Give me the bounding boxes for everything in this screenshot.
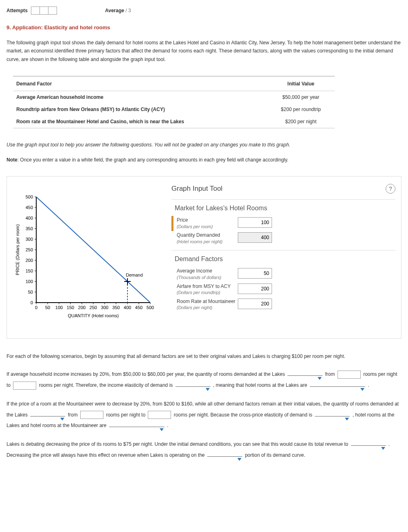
svg-text:250: 250	[90, 305, 97, 310]
average-denom: / 3	[125, 8, 131, 13]
mountaineer-input[interactable]	[238, 299, 272, 309]
q2-from-input[interactable]	[80, 411, 103, 419]
svg-text:200: 200	[78, 305, 86, 310]
input-tool: Graph Input Tool ? Market for Lakes's Ho…	[171, 184, 395, 328]
svg-text:150: 150	[26, 268, 33, 273]
svg-text:400: 400	[26, 216, 33, 220]
chevron-down-icon	[345, 418, 349, 421]
chevron-down-icon	[206, 388, 210, 391]
chevron-down-icon	[360, 388, 364, 391]
table-rule-bot	[13, 128, 335, 129]
chevron-down-icon	[237, 458, 241, 461]
x-ticks: 50 100 150 200 250 300 350 400 450 500 0	[35, 303, 154, 310]
q1-elasticity-dropdown[interactable]	[175, 386, 211, 387]
demand-chart[interactable]: 0 50 100 150 200 250 300 350 400 450 500…	[13, 190, 159, 328]
svg-text:500: 500	[26, 194, 33, 199]
airfare-row: Airfare from MSY to ACY(Dollars per roun…	[171, 282, 395, 297]
svg-text:50: 50	[45, 305, 50, 310]
average-label-wrap: Average / 3	[105, 8, 131, 13]
df-title: Demand Factors	[175, 255, 395, 263]
attempts-boxes	[31, 7, 57, 15]
demand-label: Demand	[126, 273, 143, 277]
graph-panel: 0 50 100 150 200 250 300 350 400 450 500…	[7, 176, 401, 339]
chevron-down-icon	[160, 428, 164, 431]
svg-text:200: 200	[26, 258, 33, 263]
table-row: Roundtrip airfare from New Orleans (MSY)…	[13, 103, 335, 116]
q1-goodtype-dropdown[interactable]	[310, 386, 365, 387]
attempt-box	[31, 7, 40, 15]
qty-output	[238, 232, 272, 243]
graph-instructions: Use the graph input tool to help you ans…	[7, 141, 401, 149]
table-row: Room rate at the Mountaineer Hotel and C…	[13, 116, 335, 128]
demand-line[interactable]	[36, 197, 150, 303]
chart-area[interactable]: 0 50 100 150 200 250 300 350 400 450 500…	[13, 184, 163, 328]
svg-text:0: 0	[35, 305, 37, 310]
svg-text:250: 250	[26, 247, 33, 252]
svg-text:50: 50	[28, 290, 33, 294]
chevron-down-icon	[381, 447, 385, 450]
question-2: If the price of a room at the Mountainee…	[7, 399, 401, 431]
attempt-box	[40, 7, 48, 15]
questions-intro: For each of the following scenarios, beg…	[7, 351, 401, 362]
q2-to-input[interactable]	[148, 411, 171, 419]
price-row: Price(Dollars per room)	[171, 216, 395, 231]
svg-text:450: 450	[135, 305, 143, 310]
svg-text:100: 100	[26, 279, 33, 284]
attempt-box	[48, 7, 57, 15]
price-input[interactable]	[238, 217, 272, 228]
market-title: Market for Lakes's Hotel Rooms	[175, 205, 395, 212]
svg-text:300: 300	[101, 305, 108, 310]
airfare-input[interactable]	[238, 283, 272, 294]
q1-from-input[interactable]	[338, 371, 361, 379]
th-value: Initial Value	[267, 77, 335, 91]
svg-text:300: 300	[26, 237, 33, 242]
q3-revenue-dropdown[interactable]	[351, 445, 386, 446]
q2-elasticity-dropdown[interactable]	[315, 416, 350, 416]
mountaineer-row: Room Rate at Mountaineer(Dollars per nig…	[171, 297, 395, 312]
demand-factor-table: Demand Factor Initial Value Average Amer…	[13, 77, 335, 128]
intro-text: The following graph input tool shows the…	[7, 39, 401, 63]
chevron-down-icon	[318, 377, 322, 380]
qty-row: Quantity Demanded(Hotel rooms per night)	[171, 231, 395, 246]
svg-text:500: 500	[147, 305, 154, 310]
income-input[interactable]	[238, 268, 272, 279]
svg-text:100: 100	[55, 305, 63, 310]
svg-text:350: 350	[26, 226, 33, 231]
y-ticks: 0 50 100 150 200 250 300 350 400 450 500	[26, 194, 36, 305]
svg-text:150: 150	[67, 305, 74, 310]
note-text: Note: Once you enter a value in a white …	[7, 156, 401, 164]
question-3: Lakes is debating decreasing the price o…	[7, 439, 401, 460]
q2-relation-dropdown[interactable]	[109, 427, 165, 427]
average-label: Average	[105, 8, 124, 13]
attempts-label: Attempts	[7, 8, 28, 13]
question-1: If average household income increases by…	[7, 369, 401, 390]
q1-direction-dropdown[interactable]	[287, 375, 322, 376]
svg-text:0: 0	[31, 300, 33, 305]
th-factor: Demand Factor	[13, 77, 267, 91]
help-icon[interactable]: ?	[386, 184, 395, 194]
income-row: Average Income(Thousands of dollars)	[171, 267, 395, 282]
tool-title: Graph Input Tool	[171, 185, 222, 193]
svg-text:450: 450	[26, 205, 33, 210]
x-axis-label: QUANTITY (Hotel rooms)	[68, 313, 118, 318]
q1-to-input[interactable]	[13, 382, 36, 390]
chevron-down-icon	[60, 418, 64, 421]
question-title: 9. Application: Elasticity and hotel roo…	[7, 24, 401, 31]
y-axis-label: PRICE (Dollars per room)	[15, 224, 20, 275]
svg-text:400: 400	[124, 305, 131, 310]
attempts-bar: Attempts Average / 3	[7, 7, 401, 15]
q3-portion-dropdown[interactable]	[207, 456, 242, 457]
table-row: Average American household income$50,000…	[13, 91, 335, 104]
svg-text:350: 350	[112, 305, 120, 310]
q2-direction-dropdown[interactable]	[30, 416, 65, 416]
